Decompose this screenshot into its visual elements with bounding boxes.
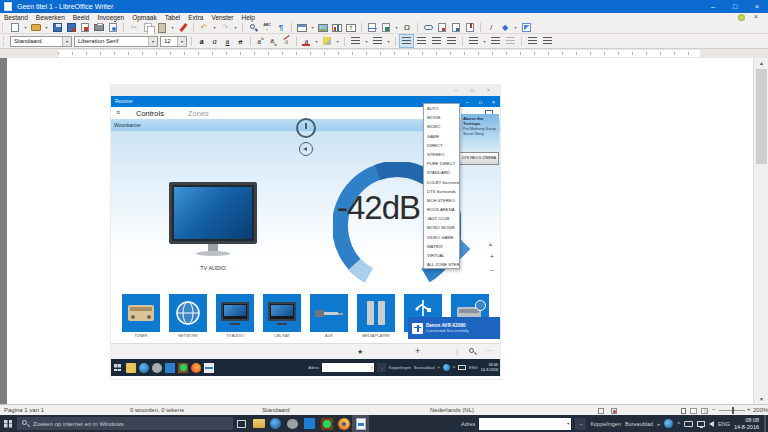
sound-mode-option[interactable]: AUTO (424, 104, 459, 113)
sound-mode-option[interactable]: DIRECT (424, 141, 459, 150)
address-go-button[interactable]: → (575, 418, 586, 430)
firefox-icon[interactable] (191, 363, 201, 373)
inner-chevron-up-icon[interactable]: ^ (453, 365, 455, 371)
highlight-color-button[interactable] (321, 36, 333, 47)
numbered-list-button[interactable] (371, 35, 384, 47)
network-tray-icon[interactable] (697, 421, 705, 427)
menu-venster[interactable]: Venster (207, 14, 237, 21)
maximize-button[interactable]: □ (724, 3, 746, 10)
insert-image-icon[interactable] (317, 22, 329, 33)
insert-chart-icon[interactable] (331, 22, 343, 33)
page-info[interactable]: Pagina 1 van 1 (4, 407, 44, 413)
open-icon[interactable] (30, 22, 42, 33)
sound-mode-option[interactable]: MOVIE (424, 113, 459, 122)
file-explorer-icon[interactable] (126, 363, 136, 373)
font-size-combobox[interactable]: 12 ▾ (160, 36, 187, 47)
bullet-list-caret-icon[interactable]: ▾ (364, 39, 369, 44)
toolbar-handle[interactable] (2, 23, 5, 32)
volume-up-arrow-icon[interactable]: ▲ (488, 241, 493, 247)
horizontal-ruler[interactable] (0, 49, 768, 58)
source-tile-tv-audio[interactable] (216, 294, 254, 332)
find-replace-icon[interactable] (247, 22, 259, 33)
redo-icon[interactable]: ↷ (219, 22, 231, 33)
sound-mode-option[interactable]: MATRIX (424, 242, 459, 251)
italic-button[interactable]: a (209, 36, 220, 46)
sound-mode-option[interactable]: MONO MOVIE (424, 223, 459, 232)
menu-bestand[interactable]: Bestand (0, 14, 32, 21)
redo-caret-icon[interactable]: ▾ (233, 25, 238, 30)
taskbar-spotify[interactable] (318, 415, 335, 432)
inner-address-go-button[interactable]: → (377, 363, 386, 372)
zoom-level[interactable]: 200% (753, 407, 766, 413)
edge-icon[interactable] (139, 363, 149, 373)
taskbar-gimp[interactable] (284, 415, 301, 432)
menu-opmaak[interactable]: Opmaak (128, 14, 161, 21)
volume-minus-button[interactable]: − (490, 267, 494, 274)
word-count[interactable]: 0 woorden, 0 tekens (130, 407, 184, 413)
line-spacing-button[interactable] (467, 35, 480, 47)
line-spacing-caret-icon[interactable]: ▾ (482, 39, 487, 44)
update-available-icon[interactable] (738, 14, 745, 21)
text-language[interactable]: Nederlands (NL) (430, 407, 474, 413)
page-style[interactable]: Standaard (262, 407, 290, 413)
spotify-icon[interactable] (178, 363, 188, 373)
basic-shapes-icon[interactable]: ◆ (499, 22, 511, 33)
strikethrough-button[interactable]: a (235, 36, 246, 46)
volume-tray-icon[interactable] (709, 421, 714, 427)
menu-invoegen[interactable]: Invoegen (93, 14, 128, 21)
selection-mode-icon[interactable] (598, 408, 604, 414)
inner-overflow-chevron[interactable]: » (437, 365, 439, 370)
taskbar-file-explorer[interactable] (250, 415, 267, 432)
minimize-button[interactable]: – (702, 3, 724, 10)
sound-mode-option[interactable]: MCH STEREO (424, 196, 459, 205)
more-options-icon[interactable]: ··· (485, 347, 494, 353)
inner-start-button[interactable] (111, 362, 123, 374)
paste-caret-icon[interactable]: ▾ (170, 25, 175, 30)
menu-bewerken[interactable]: Bewerken (32, 14, 69, 21)
hamburger-menu-icon[interactable]: ≡ (116, 109, 120, 116)
start-button[interactable] (0, 415, 16, 432)
receiver-maximize-button[interactable]: □ (474, 99, 487, 105)
undo-caret-icon[interactable]: ▾ (212, 25, 217, 30)
scroll-up-arrow-icon[interactable]: ▲ (754, 60, 768, 66)
search-icon[interactable] (469, 348, 476, 355)
basic-shapes-caret-icon[interactable]: ▾ (513, 25, 518, 30)
inner-links-label[interactable]: Koppelingen (389, 365, 411, 370)
paragraph-style-combobox[interactable]: Standaard ▾ (10, 36, 72, 47)
toolbar-handle[interactable] (3, 37, 6, 46)
align-right-button[interactable] (430, 35, 443, 47)
align-left-button[interactable] (400, 35, 413, 47)
show-hidden-icons-chevron[interactable]: ^ (677, 421, 680, 427)
source-tile-media-player[interactable] (357, 294, 395, 332)
taskbar-photos[interactable] (301, 415, 318, 432)
insert-line-icon[interactable]: / (485, 22, 497, 33)
language-indicator[interactable]: ENG (718, 421, 730, 427)
highlight-color-caret-icon[interactable]: ▾ (335, 39, 340, 44)
sound-mode-option[interactable]: ROCK ARENA (424, 205, 459, 214)
sound-mode-option[interactable]: PURE DIRECT (424, 159, 459, 168)
cut-icon[interactable]: ✂ (128, 22, 140, 33)
sound-mode-option[interactable]: VIDEO GAME (424, 233, 459, 242)
insert-textbox-icon[interactable]: T (345, 22, 357, 33)
inner-language-indicator[interactable]: ENG (469, 365, 478, 370)
open-caret-icon[interactable]: ▾ (44, 25, 49, 30)
underline-button[interactable]: a (222, 36, 233, 46)
inner-desktop-label[interactable]: Bureaublad (414, 365, 434, 370)
desktop-toolbar-label[interactable]: Bureaublad (625, 421, 653, 427)
export-pdf-icon[interactable] (79, 22, 91, 33)
touch-keyboard-tray-icon[interactable] (684, 421, 693, 427)
sound-mode-option[interactable]: VIRTUAL (424, 251, 459, 260)
superscript-button[interactable]: ab (255, 36, 266, 46)
zoom-slider-thumb[interactable] (732, 407, 734, 414)
print-preview-icon[interactable] (107, 22, 119, 33)
special-character-icon[interactable]: Ω (401, 22, 413, 33)
subscript-button[interactable]: ab (268, 35, 279, 47)
receiver-close-button[interactable]: × (487, 99, 500, 105)
receiver-minimize-button[interactable]: – (461, 99, 474, 105)
font-name-caret-icon[interactable]: ▾ (148, 37, 157, 46)
tab-zones[interactable]: Zones (188, 109, 209, 118)
toolbar-overflow-chevron[interactable]: » (657, 421, 660, 427)
inner-clock[interactable]: 16:06 14-8-2016 (481, 363, 498, 372)
source-tile-aux[interactable] (310, 294, 348, 332)
insert-field-icon[interactable] (380, 22, 392, 33)
